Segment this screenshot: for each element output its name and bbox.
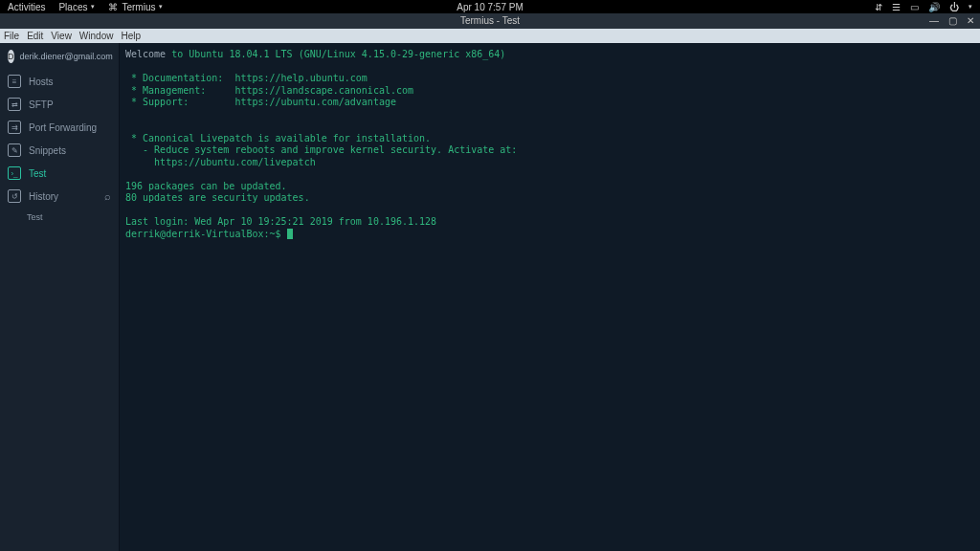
- terminal-text: Last login: Wed Apr 10 19:25:21 2019 fro…: [125, 216, 436, 227]
- sidebar-item-hosts[interactable]: ≡ Hosts: [0, 70, 119, 93]
- terminal-text: 80 updates are security updates.: [125, 192, 310, 203]
- places-menu[interactable]: Places ▾: [58, 2, 95, 12]
- app-menu-icon: ⌘: [108, 2, 118, 12]
- terminal-text: - Reduce system reboots and improve kern…: [125, 144, 517, 155]
- window-close-button[interactable]: ✕: [967, 13, 974, 29]
- terminal-text: * Canonical Livepatch is available for i…: [125, 133, 431, 143]
- chevron-down-icon: ▾: [159, 3, 163, 11]
- dropbox-icon[interactable]: ⇵: [875, 2, 882, 12]
- activities-button[interactable]: Activities: [8, 2, 45, 12]
- menu-help[interactable]: Help: [121, 31, 141, 41]
- terminal-icon: ›_: [8, 166, 21, 180]
- history-item-test[interactable]: Test: [0, 208, 119, 227]
- window-minimize-button[interactable]: —: [929, 13, 939, 29]
- terminal-pane[interactable]: Welcome to Ubuntu 18.04.1 LTS (GNU/Linux…: [120, 43, 980, 551]
- snippets-icon: ✎: [8, 143, 21, 157]
- menu-file[interactable]: File: [4, 31, 19, 41]
- terminal-text: https://ubuntu.com/livepatch: [125, 157, 316, 167]
- terminal-text: * Management:: [125, 85, 234, 96]
- sidebar-item-label: Snippets: [29, 145, 66, 156]
- terminal-prompt: derrik@derrik-VirtualBox:~$: [125, 229, 287, 239]
- menu-edit[interactable]: Edit: [27, 31, 43, 41]
- indicator-icon[interactable]: ☰: [892, 2, 901, 12]
- app-menu-label: Termius: [122, 2, 155, 12]
- terminal-text: https://ubuntu.com/advantage: [234, 97, 396, 107]
- app-menubar: File Edit View Window Help: [0, 29, 980, 43]
- account-menu[interactable]: D derik.diener@gmail.com ⌄: [0, 43, 119, 70]
- menu-view[interactable]: View: [51, 31, 72, 41]
- sftp-icon: ⇄: [8, 98, 21, 111]
- terminal-text: * Documentation:: [125, 73, 234, 83]
- port-forwarding-icon: ⇉: [8, 121, 21, 134]
- avatar: D: [8, 50, 14, 63]
- terminal-text: 196 packages can be updated.: [125, 181, 287, 191]
- window-title: Termius - Test: [460, 15, 520, 26]
- sidebar-item-label: SFTP: [29, 99, 54, 110]
- clock[interactable]: Apr 10 7:57 PM: [457, 2, 523, 12]
- main-area: D derik.diener@gmail.com ⌄ ≡ Hosts ⇄ SFT…: [0, 43, 980, 551]
- desktop-topbar: Activities Places ▾ ⌘ Termius ▾ Apr 10 7…: [0, 0, 980, 13]
- sidebar-item-label: Hosts: [29, 77, 54, 87]
- sidebar-item-sftp[interactable]: ⇄ SFTP: [0, 93, 119, 116]
- terminal-text: Welcome: [125, 49, 166, 59]
- menu-window[interactable]: Window: [79, 31, 114, 41]
- history-icon: ↺: [8, 189, 21, 203]
- sidebar-item-label: History: [29, 191, 58, 202]
- sidebar-item-label: Port Forwarding: [29, 122, 97, 133]
- terminal-text: * Support:: [125, 97, 234, 107]
- terminal-text: to Ubuntu 18.04.1 LTS (GNU/Linux 4.15.0-…: [166, 49, 505, 59]
- account-email: derik.diener@gmail.com: [20, 52, 113, 61]
- terminal-text: https://landscape.canonical.com: [234, 85, 413, 96]
- cursor: [287, 229, 293, 239]
- power-icon[interactable]: ⏻: [949, 2, 959, 12]
- window-maximize-button[interactable]: ▢: [948, 13, 957, 29]
- sidebar-item-test[interactable]: ›_ Test: [0, 162, 119, 185]
- display-icon[interactable]: ▭: [910, 2, 919, 12]
- app-menu[interactable]: ⌘ Termius ▾: [108, 2, 163, 12]
- places-label: Places: [58, 2, 87, 12]
- hosts-icon: ≡: [8, 75, 21, 88]
- sidebar-item-label: Test: [29, 168, 46, 179]
- search-icon[interactable]: ⌕: [104, 190, 111, 202]
- chevron-down-icon: ▾: [91, 3, 95, 11]
- terminal-text: https://help.ubuntu.com: [234, 73, 367, 83]
- sidebar-item-history[interactable]: ↺ History ⌕: [0, 185, 119, 208]
- system-menu-chevron-icon[interactable]: ▾: [969, 3, 972, 11]
- sidebar-item-portforwarding[interactable]: ⇉ Port Forwarding: [0, 116, 119, 139]
- sidebar: D derik.diener@gmail.com ⌄ ≡ Hosts ⇄ SFT…: [0, 43, 120, 551]
- volume-icon[interactable]: 🔊: [928, 2, 940, 12]
- sidebar-item-snippets[interactable]: ✎ Snippets: [0, 139, 119, 162]
- window-titlebar: Termius - Test — ▢ ✕: [0, 13, 980, 29]
